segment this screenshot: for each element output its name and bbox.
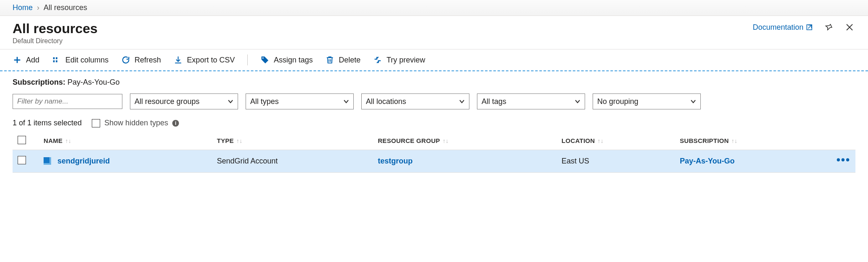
delete-button[interactable]: Delete [325,55,360,65]
plus-icon [13,55,22,65]
svg-rect-3 [56,57,57,60]
sort-icon: ↑↓ [597,137,604,144]
columns-icon [52,55,61,65]
selection-count: 1 of 1 items selected [13,119,82,127]
col-type-label: TYPE [217,137,233,144]
col-type[interactable]: TYPE↑↓ [212,132,373,150]
svg-rect-1 [53,57,55,60]
pin-icon [824,23,833,32]
cell-location: East US [557,150,675,173]
assign-tags-label: Assign tags [274,56,313,65]
resource-name-link[interactable]: sendgridjureid [57,157,110,165]
chevron-right-icon: › [37,3,39,12]
export-csv-button[interactable]: Export to CSV [174,55,235,65]
toolbar: Add Edit columns Refresh Export to CSV A… [0,49,868,71]
delete-label: Delete [339,56,360,65]
subscriptions-value: Pay-As-You-Go [67,78,119,86]
col-name[interactable]: NAME↑↓ [39,132,212,150]
sort-icon: ↑↓ [65,137,71,144]
refresh-label: Refresh [135,56,161,65]
selection-line: 1 of 1 items selected Show hidden types … [0,109,868,132]
chevron-down-icon [228,99,233,104]
resource-group-link[interactable]: testgroup [378,157,412,165]
filter-name-input[interactable] [13,94,122,109]
table-header-row: NAME↑↓ TYPE↑↓ RESOURCE GROUP↑↓ LOCATION↑… [13,132,855,150]
show-hidden-types-toggle[interactable]: Show hidden types i [92,119,179,127]
svg-point-5 [262,57,264,59]
types-dropdown[interactable]: All types [246,93,354,109]
tags-value: All tags [482,97,506,106]
row-more-button[interactable]: ••• [837,153,850,166]
resource-groups-dropdown[interactable]: All resource groups [130,93,238,109]
tag-icon [260,55,269,65]
refresh-button[interactable]: Refresh [121,55,161,65]
col-resource-group[interactable]: RESOURCE GROUP↑↓ [373,132,556,150]
download-icon [174,55,183,65]
preview-icon [373,55,382,65]
try-preview-label: Try preview [386,56,425,65]
page-title: All resources [13,21,98,36]
close-button[interactable] [844,21,855,33]
refresh-icon [121,55,130,65]
sort-icon: ↑↓ [731,137,738,144]
page-subtitle: Default Directory [13,37,98,45]
subscriptions-label: Subscriptions: [13,78,65,86]
chevron-down-icon [690,99,696,104]
toolbar-separator [247,54,248,65]
col-location[interactable]: LOCATION↑↓ [557,132,675,150]
col-rg-label: RESOURCE GROUP [378,137,440,144]
edit-columns-button[interactable]: Edit columns [52,55,109,65]
edit-columns-label: Edit columns [65,56,109,65]
export-csv-label: Export to CSV [187,56,235,65]
sort-icon: ↑↓ [443,137,449,144]
row-checkbox[interactable] [18,156,26,164]
filter-area: Subscriptions: Pay-As-You-Go All resourc… [0,71,868,109]
grouping-value: No grouping [597,97,638,106]
documentation-label: Documentation [753,23,803,32]
pin-button[interactable] [822,21,834,34]
try-preview-button[interactable]: Try preview [373,55,425,65]
chevron-down-icon [459,99,465,104]
sort-icon: ↑↓ [236,137,243,144]
locations-value: All locations [366,97,406,106]
col-subscription[interactable]: SUBSCRIPTION↑↓ [675,132,829,150]
grouping-dropdown[interactable]: No grouping [593,93,701,109]
tags-dropdown[interactable]: All tags [477,93,585,109]
select-all-header[interactable] [13,132,39,150]
col-location-label: LOCATION [562,137,595,144]
resource-table: NAME↑↓ TYPE↑↓ RESOURCE GROUP↑↓ LOCATION↑… [13,132,855,173]
breadcrumb-current: All resources [44,3,87,12]
col-name-label: NAME [44,137,62,144]
show-hidden-label: Show hidden types [104,119,168,127]
close-icon [845,23,854,31]
col-sub-label: SUBSCRIPTION [680,137,729,144]
resource-groups-value: All resource groups [135,97,200,106]
subscription-link[interactable]: Pay-As-You-Go [680,157,735,165]
cell-type: SendGrid Account [212,150,373,173]
locations-dropdown[interactable]: All locations [361,93,469,109]
table-row[interactable]: sendgridjureid SendGrid Account testgrou… [13,150,855,173]
external-link-icon [806,24,813,31]
chevron-down-icon [343,99,349,104]
checkbox-icon [92,119,100,127]
chevron-down-icon [575,99,580,104]
add-label: Add [26,56,39,65]
checkbox-icon [18,136,26,144]
documentation-link[interactable]: Documentation [753,23,813,32]
subscriptions-line: Subscriptions: Pay-As-You-Go [13,78,855,87]
page-header: All resources Default Directory Document… [0,16,868,49]
add-button[interactable]: Add [13,55,39,65]
trash-icon [325,55,334,65]
svg-rect-4 [56,60,57,62]
info-icon: i [172,120,179,127]
assign-tags-button[interactable]: Assign tags [260,55,313,65]
breadcrumb: Home › All resources [0,0,868,16]
types-value: All types [250,97,279,106]
resource-type-icon [44,157,51,165]
breadcrumb-home-link[interactable]: Home [13,3,33,12]
svg-rect-2 [53,60,55,62]
